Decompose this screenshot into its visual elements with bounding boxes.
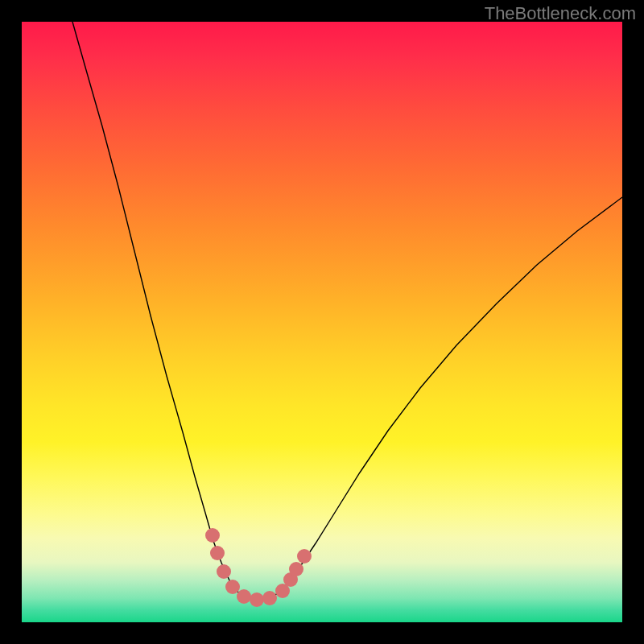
curve-marker xyxy=(297,549,312,564)
curve-marker xyxy=(237,589,251,604)
curve-marker xyxy=(210,546,225,560)
marker-group xyxy=(205,528,312,607)
chart-frame: TheBottleneck.com xyxy=(0,0,644,644)
curve-layer xyxy=(22,22,622,622)
plot-area xyxy=(22,22,622,622)
curve-marker xyxy=(289,562,303,576)
bottleneck-curve xyxy=(72,22,622,600)
curve-marker xyxy=(250,592,264,607)
curve-marker xyxy=(225,580,240,594)
curve-marker xyxy=(205,528,220,543)
curve-marker xyxy=(217,564,231,579)
curve-marker xyxy=(262,591,277,605)
